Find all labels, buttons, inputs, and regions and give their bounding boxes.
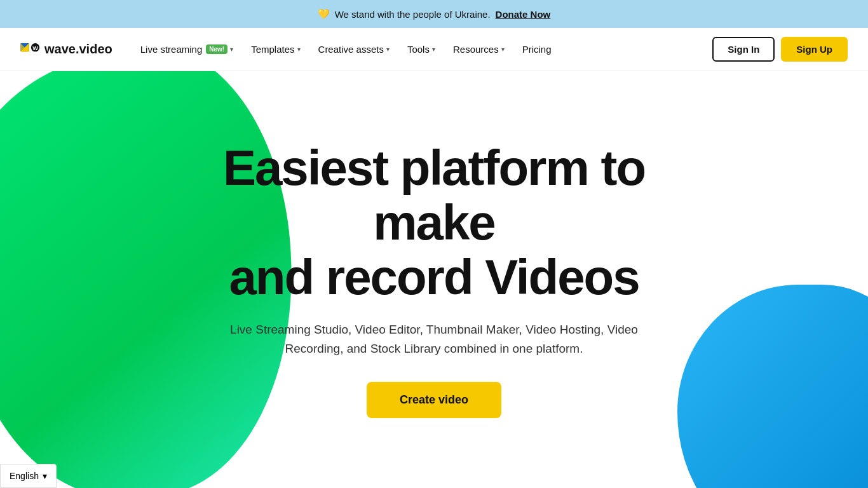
sign-in-button[interactable]: Sign In	[712, 37, 775, 62]
hero-title-line3: and record Videos	[229, 249, 639, 305]
blob-blue-decoration	[677, 285, 868, 488]
nav-label-tools: Tools	[407, 44, 430, 55]
nav-label-creative-assets: Creative assets	[318, 44, 384, 55]
logo-text: wave.video	[44, 42, 112, 57]
chevron-down-icon: ▾	[43, 471, 47, 481]
main-nav: W wave.video Live streaming New! ▾ Templ…	[0, 28, 868, 71]
language-selector[interactable]: English ▾	[0, 464, 57, 488]
chevron-icon-live-streaming: ▾	[230, 46, 233, 53]
ukraine-banner: 💛 We stand with the people of Ukraine. D…	[0, 0, 868, 28]
nav-label-pricing: Pricing	[522, 44, 552, 55]
nav-item-resources[interactable]: Resources ▾	[445, 39, 512, 60]
chevron-icon-creative-assets: ▾	[386, 46, 390, 53]
hero-subtitle: Live Streaming Studio, Video Editor, Thu…	[224, 320, 644, 359]
svg-text:W: W	[32, 44, 38, 51]
nav-item-pricing[interactable]: Pricing	[515, 39, 559, 60]
language-label: English	[10, 471, 39, 481]
nav-label-live-streaming: Live streaming	[140, 44, 203, 55]
chevron-icon-tools: ▾	[432, 46, 435, 53]
hero-section: Easiest platform to make and record Vide…	[0, 71, 868, 488]
banner-emoji: 💛	[318, 8, 330, 20]
hero-title: Easiest platform to make and record Vide…	[223, 141, 645, 304]
donate-now-link[interactable]: Donate Now	[496, 9, 551, 20]
logo[interactable]: W wave.video	[20, 42, 112, 57]
nav-item-creative-assets[interactable]: Creative assets ▾	[311, 39, 397, 60]
banner-text: We stand with the people of Ukraine.	[335, 9, 491, 20]
nav-item-templates[interactable]: Templates ▾	[243, 39, 308, 60]
nav-label-templates: Templates	[251, 44, 294, 55]
nav-label-resources: Resources	[453, 44, 499, 55]
nav-item-tools[interactable]: Tools ▾	[400, 39, 443, 60]
nav-actions: Sign In Sign Up	[712, 37, 848, 62]
create-video-button[interactable]: Create video	[367, 382, 501, 418]
nav-item-live-streaming[interactable]: Live streaming New! ▾	[133, 39, 241, 60]
hero-content: Easiest platform to make and record Vide…	[210, 141, 658, 417]
nav-links: Live streaming New! ▾ Templates ▾ Creati…	[133, 39, 713, 60]
logo-icon: W	[20, 43, 41, 56]
new-badge: New!	[206, 44, 227, 54]
hero-title-line2: make	[373, 194, 495, 250]
hero-title-line1: Easiest platform to	[223, 140, 645, 196]
chevron-icon-resources: ▾	[501, 46, 505, 53]
sign-up-button[interactable]: Sign Up	[781, 37, 848, 62]
chevron-icon-templates: ▾	[297, 46, 301, 53]
